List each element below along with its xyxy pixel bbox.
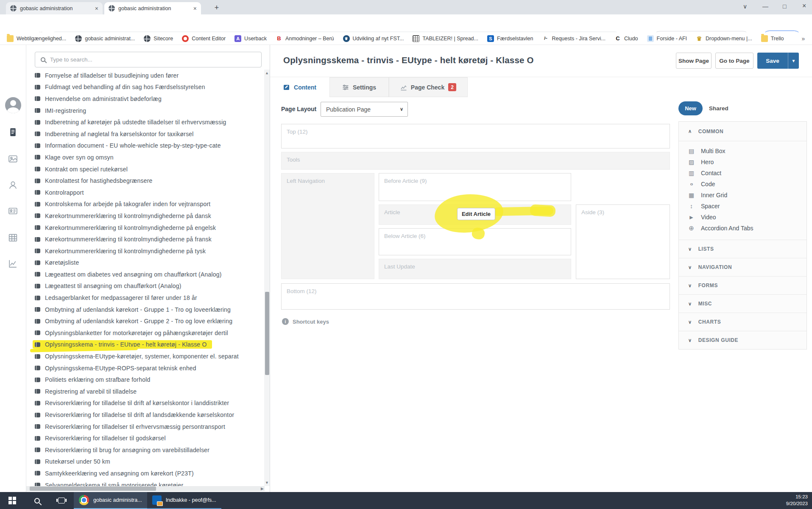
region-bottom[interactable]: Bottom (12) [281,283,670,310]
taskbar-app-button[interactable]: gobasic administra... [74,492,147,509]
scrollbar-thumb[interactable] [265,292,269,375]
scroll-right-icon[interactable]: ▶ [261,486,264,491]
list-item[interactable]: Lægeattest til ansøgning om chaufførkort… [26,280,265,292]
region-aside[interactable]: Aside (3) [576,204,670,279]
list-item[interactable]: Kørekortnummererklæring til kontrolmyndi… [26,210,265,222]
components-shared-tab[interactable]: Shared [709,101,728,115]
list-item[interactable]: Fornyelse af tilladelser til busudlejnin… [26,70,265,81]
sidebar-item-content[interactable] [0,123,26,141]
list-item[interactable]: Indberetning af nøgletal fra kørselskont… [26,128,265,140]
bookmark-item[interactable]: TABLEIZER! | Spread... [413,35,478,42]
bookmark-item[interactable]: Dropdown-menu |... [696,35,752,42]
tab-search-icon[interactable]: ∨ [743,3,747,10]
list-item[interactable]: Samtykkeerklæring ved ansøgning om kørek… [26,467,265,479]
list-item[interactable]: Oplysningsskema - trinvis - EUtype - hel… [26,339,265,351]
section-header[interactable]: ∨ FORMS [679,276,806,294]
component-item[interactable]: Hero [679,157,806,168]
user-avatar[interactable] [0,96,26,115]
list-item[interactable]: Revisorerklæring for tilladelser til god… [26,432,265,444]
section-common[interactable]: ∧ COMMON [679,122,806,141]
browser-tab-1[interactable]: gobasic administration × [6,2,103,14]
page-layout-select[interactable]: Publication Page ∨ [321,102,408,117]
bookmark-item[interactable]: Userback [234,35,267,42]
new-tab-button[interactable]: + [212,3,221,12]
minimize-button[interactable]: — [762,3,768,10]
section-header[interactable]: ∨ LISTS [679,240,806,258]
list-item[interactable]: Information document - EU whole-wehicle … [26,140,265,152]
bookmark-item[interactable]: Content Editor [182,35,226,42]
bookmark-item[interactable]: Anmodninger – Berú [276,35,334,42]
region-tools[interactable]: Tools [281,152,670,170]
list-item[interactable]: Kontrakt om speciel rutekørsel [26,163,265,175]
list-item[interactable]: Lægeattest om diabetes ved ansøgning om … [26,268,265,280]
list-item[interactable]: Klage over syn og omsyn [26,151,265,163]
edit-article-button[interactable]: Edit Article [457,208,495,220]
section-header[interactable]: ∨ NAVIGATION [679,258,806,276]
horizontal-scrollbar[interactable]: ▶ [26,486,265,491]
list-item[interactable]: Henvendelse om administrativt bødeforlæg [26,93,265,105]
tab-settings[interactable]: Settings [329,77,389,97]
browser-tab-2[interactable]: gobasic administration × [104,2,201,14]
list-item[interactable]: Revisorerklæring for tilladelser til erh… [26,421,265,433]
region-top[interactable]: Top (12) [281,124,670,148]
list-item[interactable]: Ombytning af udenlandsk kørekort - Grupp… [26,304,265,316]
tab-content[interactable]: Content [270,77,329,97]
list-item[interactable]: Kørekortnummererklæring til kontrolmyndi… [26,222,265,234]
sidebar-item-contacts[interactable] [0,201,26,220]
list-item[interactable]: Kontrolattest for hastighedsbegrænsere [26,175,265,187]
scroll-down-icon[interactable]: ▼ [264,481,270,485]
shortcut-keys[interactable]: i Shortcut keys [282,318,329,325]
bookmark-item[interactable]: Udvikling af nyt FST... [343,35,404,42]
go-to-page-button[interactable]: Go to Page [715,53,753,69]
component-item[interactable]: Video [679,212,806,223]
scroll-up-icon[interactable]: ▲ [264,71,270,75]
component-item[interactable]: Spacer [679,201,806,212]
sidebar-item-tables[interactable] [0,228,26,247]
list-item[interactable]: Ledsagerblanket for medpassagerer til fø… [26,292,265,304]
bookmark-item[interactable]: Cludo [614,35,638,42]
list-item[interactable]: Fuldmagt ved behandling af din sag hos F… [26,81,265,93]
list-item[interactable]: Oplysningsskema-EUtype-køretøjer, system… [26,350,265,362]
save-button[interactable]: Save [757,53,788,69]
list-item[interactable]: Kontrolrapport [26,187,265,199]
bookmark-item[interactable]: Sitecore [144,35,173,42]
list-item[interactable]: Køretøjsliste [26,257,265,269]
component-item[interactable]: Code [679,179,806,190]
bookmark-item[interactable]: Forside - AFI [647,35,687,42]
taskbar-app-button[interactable]: Indbakke - peof@fs... [147,492,221,509]
list-item[interactable]: Revisorerklæring til brug for ansøgning … [26,444,265,456]
sidebar-item-users[interactable] [0,176,26,194]
tab-close-icon[interactable]: × [193,5,197,12]
vertical-scrollbar[interactable]: ▲ ▼ [264,70,270,486]
list-item[interactable]: Kørekortnummererklæring til kontrolmyndi… [26,245,265,257]
section-header[interactable]: ∨ CHARTS [679,313,806,331]
list-item[interactable]: Registrering af varebil til tilladelse [26,386,265,397]
list-item[interactable]: Rutekørsel under 50 km [26,456,265,468]
save-dropdown-button[interactable]: ▼ [788,53,799,69]
list-item[interactable]: Kørekortnummererklæring til kontrolmyndi… [26,233,265,245]
task-view-button[interactable] [49,492,74,509]
component-item[interactable]: Inner Grid [679,190,806,201]
taskbar-clock[interactable]: 15:23 9/20/2023 [786,492,812,509]
list-item[interactable]: Ombytning af udenlandsk kørekort - Grupp… [26,315,265,327]
start-button[interactable] [0,492,25,509]
region-left-navigation[interactable]: Left Navigation [281,173,374,279]
search-input[interactable] [50,56,256,63]
list-item[interactable]: Kontrolskema for arbejde på takografer i… [26,199,265,210]
tab-close-icon[interactable]: × [95,5,98,12]
component-item[interactable]: Contact [679,168,806,179]
sidebar-item-media[interactable] [0,149,26,168]
taskbar-search-button[interactable] [25,492,49,509]
show-page-button[interactable]: Show Page [676,53,712,69]
section-header[interactable]: ∨ DESIGN GUIDE [679,331,806,349]
component-item[interactable]: Accordion And Tabs [679,223,806,234]
list-item[interactable]: Selvanmelderskema til små motoriserede k… [26,479,265,486]
list-item[interactable]: Revisorerklæring for tilladelse til drif… [26,397,265,409]
list-item[interactable]: Oplysningsblanketter for motorkøretøjer … [26,327,265,339]
bookmark-item[interactable]: Færdselstavlen [487,35,533,42]
components-new-tab[interactable]: New [678,101,703,115]
bookmark-item[interactable]: Trello [761,35,784,42]
tab-page-check[interactable]: Page Check 2 [389,77,468,97]
list-item[interactable]: Indberetning af køretøjer på udstedte ti… [26,116,265,128]
bookmarks-overflow-icon[interactable]: » [801,35,805,42]
